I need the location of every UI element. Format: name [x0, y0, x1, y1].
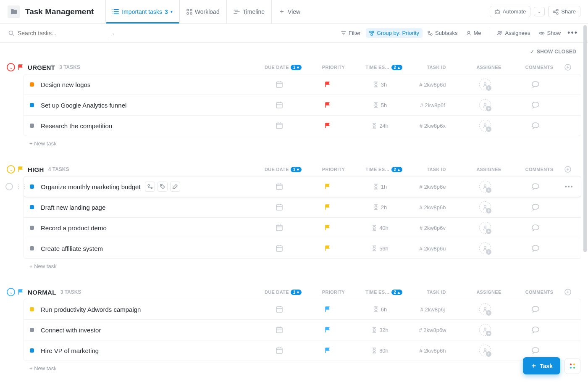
- new-task-button[interactable]: + New task: [24, 136, 581, 151]
- task-row[interactable]: Record a product demo 40h # 2kw8p6v: [24, 218, 581, 238]
- task-row[interactable]: Design new logos 3h # 2kw8p6d: [24, 74, 581, 95]
- task-row[interactable]: Draft new landing page 2h # 2kw8p6b: [24, 197, 581, 218]
- subtasks-button[interactable]: Subtasks: [424, 28, 461, 38]
- col-add[interactable]: [564, 64, 581, 71]
- task-row[interactable]: Research the competition 24h # 2kw8p6x: [24, 116, 581, 136]
- collapse-toggle[interactable]: ⌄: [7, 63, 15, 71]
- cell-time-estimate[interactable]: 80h: [355, 348, 405, 354]
- cell-assignee[interactable]: [460, 222, 510, 234]
- search-input[interactable]: [18, 30, 105, 37]
- cell-due-date[interactable]: [254, 306, 304, 313]
- collapse-toggle[interactable]: ⌄: [7, 288, 15, 296]
- cell-comments[interactable]: [510, 306, 561, 313]
- assignee-placeholder-icon[interactable]: [479, 345, 491, 356]
- cell-priority[interactable]: [304, 245, 355, 251]
- assignee-placeholder-icon[interactable]: [479, 222, 491, 234]
- tag-action[interactable]: [158, 182, 168, 192]
- cell-due-date[interactable]: [254, 183, 304, 190]
- col-task-id[interactable]: TASK ID: [409, 65, 464, 70]
- cell-assignee[interactable]: [460, 201, 510, 213]
- cell-time-estimate[interactable]: 3h: [355, 82, 405, 88]
- status-box[interactable]: [30, 82, 34, 87]
- new-task-button[interactable]: + New task: [24, 259, 581, 274]
- scroll-thumb[interactable]: [583, 25, 587, 252]
- assignee-placeholder-icon[interactable]: [479, 79, 491, 90]
- cell-due-date[interactable]: [254, 203, 304, 211]
- tab-workload[interactable]: Workload: [179, 0, 226, 23]
- filter-button[interactable]: Filter: [338, 28, 364, 38]
- task-row[interactable]: Hire VP of marketing 80h # 2kw8p6h: [24, 340, 581, 361]
- assignee-placeholder-icon[interactable]: [479, 303, 491, 315]
- cell-priority[interactable]: [304, 348, 355, 353]
- status-box[interactable]: [30, 184, 34, 189]
- assignee-placeholder-icon[interactable]: [479, 120, 491, 132]
- cell-priority[interactable]: [304, 327, 355, 333]
- automate-button[interactable]: Automate: [490, 6, 531, 17]
- cell-due-date[interactable]: [254, 245, 304, 252]
- col-time-estimate[interactable]: TIME ES…2 ▴: [359, 290, 409, 295]
- cell-due-date[interactable]: [254, 347, 304, 354]
- groupby-button[interactable]: Group by: Priority: [366, 28, 423, 38]
- cell-assignee[interactable]: [460, 303, 510, 315]
- automate-dropdown[interactable]: ⌄: [534, 7, 545, 16]
- task-row[interactable]: Set up Google Analytics funnel 5h # 2kw8…: [24, 95, 581, 116]
- status-box[interactable]: [30, 124, 34, 128]
- cell-due-date[interactable]: [254, 122, 304, 129]
- task-row[interactable]: ⋮⋮ Organize monthly marketing budget 1h …: [24, 177, 581, 197]
- search-dropdown[interactable]: ⌄: [109, 28, 118, 38]
- show-closed-button[interactable]: ✓ SHOW CLOSED: [530, 49, 576, 55]
- cell-comments[interactable]: [510, 245, 561, 252]
- cell-time-estimate[interactable]: 6h: [355, 306, 405, 313]
- cell-priority[interactable]: [304, 82, 355, 87]
- cell-assignee[interactable]: [460, 181, 510, 192]
- col-due-date[interactable]: DUE DATE1 ▾: [258, 290, 308, 295]
- col-comments[interactable]: COMMENTS: [514, 65, 564, 70]
- fab-new-task[interactable]: ＋ Task: [523, 357, 560, 374]
- toolbar-more[interactable]: •••: [566, 29, 580, 37]
- cell-comments[interactable]: [510, 183, 561, 190]
- row-more[interactable]: •••: [565, 183, 574, 190]
- task-row[interactable]: Run productivity Adwords campaign 6h # 2…: [24, 299, 581, 320]
- assignee-placeholder-icon[interactable]: [479, 242, 491, 254]
- status-box[interactable]: [30, 103, 34, 107]
- collapse-toggle[interactable]: ⌄: [7, 165, 15, 174]
- assignee-placeholder-icon[interactable]: [479, 201, 491, 213]
- cell-time-estimate[interactable]: 2h: [355, 204, 405, 211]
- cell-priority[interactable]: [304, 102, 355, 108]
- assignee-placeholder-icon[interactable]: [479, 181, 491, 192]
- me-button[interactable]: Me: [463, 28, 485, 38]
- tab-add-view[interactable]: ＋ View: [271, 0, 307, 23]
- col-priority[interactable]: PRIORITY: [308, 65, 359, 70]
- cell-comments[interactable]: [510, 224, 561, 232]
- col-comments[interactable]: COMMENTS: [514, 290, 564, 295]
- status-box[interactable]: [30, 348, 34, 353]
- cell-priority[interactable]: [304, 184, 355, 190]
- status-box[interactable]: [30, 205, 34, 209]
- col-priority[interactable]: PRIORITY: [308, 167, 359, 172]
- cell-comments[interactable]: [510, 326, 561, 334]
- status-box[interactable]: [30, 226, 34, 230]
- cell-time-estimate[interactable]: 1h: [355, 184, 405, 190]
- cell-assignee[interactable]: [460, 79, 510, 90]
- assignee-placeholder-icon[interactable]: [479, 99, 491, 111]
- cell-priority[interactable]: [304, 306, 355, 312]
- tab-important-tasks[interactable]: Important tasks 3 ▾: [105, 0, 179, 23]
- cell-time-estimate[interactable]: 56h: [355, 245, 405, 252]
- drag-handle-icon[interactable]: ⋮⋮: [16, 183, 27, 190]
- cell-time-estimate[interactable]: 5h: [355, 102, 405, 108]
- col-comments[interactable]: COMMENTS: [514, 167, 564, 172]
- col-add[interactable]: [564, 289, 581, 295]
- task-row[interactable]: Connect with investor 32h # 2kw8p6w: [24, 320, 581, 340]
- col-assignee[interactable]: ASSIGNEE: [464, 290, 514, 295]
- cell-assignee[interactable]: [460, 345, 510, 356]
- assignee-placeholder-icon[interactable]: [479, 324, 491, 336]
- col-assignee[interactable]: ASSIGNEE: [464, 167, 514, 172]
- cell-comments[interactable]: [510, 347, 561, 354]
- task-row[interactable]: Create affiliate system 56h # 2kw8p6u: [24, 238, 581, 258]
- cell-assignee[interactable]: [460, 242, 510, 254]
- cell-due-date[interactable]: [254, 101, 304, 109]
- tab-timeline[interactable]: Timeline: [226, 0, 271, 23]
- cell-due-date[interactable]: [254, 81, 304, 88]
- edit-action[interactable]: [170, 182, 180, 192]
- folder-icon[interactable]: [8, 5, 20, 18]
